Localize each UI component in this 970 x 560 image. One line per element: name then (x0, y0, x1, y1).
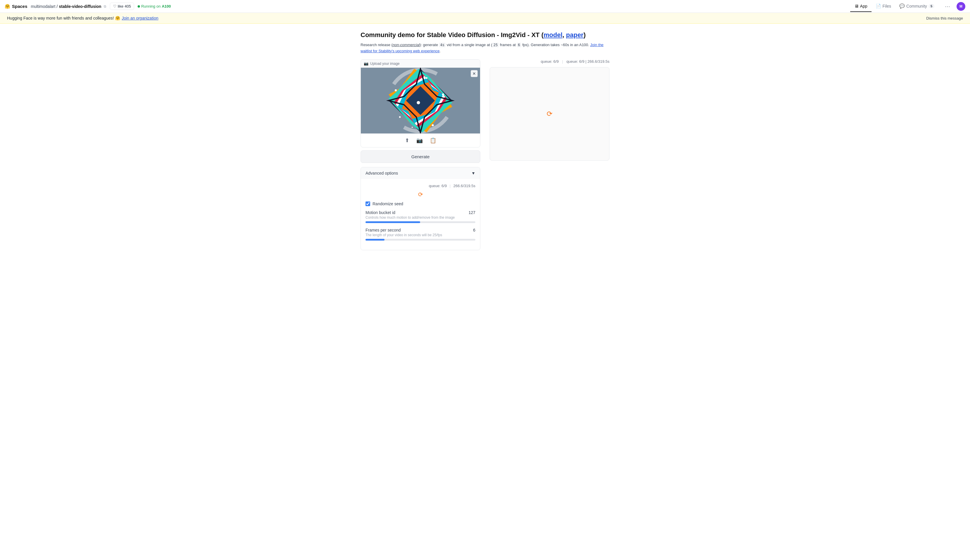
like-button[interactable]: ♡ like 405 (110, 3, 134, 10)
svg-point-13 (426, 77, 427, 79)
fps-title: Frames per second (366, 228, 401, 232)
close-icon: ✕ (472, 71, 476, 76)
title-sep: , (563, 31, 566, 38)
advanced-toggle-icon: ▼ (471, 171, 475, 175)
uploader-label: Upload your image (370, 62, 400, 66)
tab-app-label: App (860, 4, 867, 8)
banner-message: Hugging Face is way more fun with friend… (7, 16, 120, 20)
fps-value: 6 (473, 228, 475, 232)
title-prefix: Community demo for Stable Video Diffusio… (361, 31, 543, 38)
spaces-logo[interactable]: 🤗 Spaces (5, 4, 27, 9)
tab-files-label: Files (883, 4, 892, 8)
uploader-header: 📷 Upload your image (361, 60, 480, 68)
advanced-header[interactable]: Advanced options ▼ (361, 167, 480, 179)
nav-right: 🖥 App 📄 Files 💬 Community 5 ⋯ M (850, 1, 965, 12)
tab-community[interactable]: 💬 Community 5 (895, 1, 938, 12)
fps-subtitle: The length of your video in seconds will… (366, 233, 475, 237)
spinner-container: ⟳ (547, 110, 553, 118)
paper-link[interactable]: paper (566, 31, 583, 38)
svg-point-15 (412, 127, 413, 128)
main-content: Community demo for Stable Video Diffusio… (354, 23, 616, 257)
breadcrumb-sep: / (57, 4, 58, 9)
advanced-label: Advanced options (366, 171, 398, 175)
model-link[interactable]: model (543, 31, 563, 38)
running-platform: A100 (162, 4, 171, 8)
uploader-tools: ⬆ 📷 📋 (361, 133, 480, 147)
motion-bucket-subtitle: Controls how much motion to add/remove f… (366, 215, 475, 220)
page-title: Community demo for Stable Video Diffusio… (361, 31, 609, 40)
spaces-logo-icon: 🤗 (5, 4, 10, 9)
loading-icon-advanced: ⟳ (418, 191, 423, 198)
queue-count: queue: 6/9 (541, 59, 559, 63)
demo-image-svg (361, 68, 480, 133)
org-link[interactable]: multimodalart (31, 4, 55, 9)
heart-icon: ♡ (113, 4, 117, 8)
motion-bucket-section: Motion bucket id 127 Controls how much m… (366, 210, 475, 223)
workspace: 📷 Upload your image (361, 59, 609, 250)
tab-app[interactable]: 🖥 App (850, 1, 871, 12)
queue-time: queue: 6/9 | 266.6/319.5s (566, 59, 609, 63)
dismiss-button[interactable]: Dismiss this message (926, 16, 963, 20)
announcement-banner: Hugging Face is way more fun with friend… (0, 13, 970, 23)
input-panel: 📷 Upload your image (361, 59, 480, 250)
like-count: 405 (124, 4, 131, 8)
svg-point-11 (399, 116, 401, 118)
nav-tabs: 🖥 App 📄 Files 💬 Community 5 (850, 1, 938, 12)
output-panel: queue: 6/9 | queue: 6/9 | 266.6/319.5s ⟳ (490, 59, 609, 250)
tab-community-label: Community (906, 4, 927, 8)
running-dot (138, 5, 140, 8)
banner-text: Hugging Face is way more fun with friend… (7, 16, 159, 20)
spaces-logo-text: Spaces (12, 4, 27, 9)
queue-time-adv: 266.6/319.5s (453, 183, 475, 188)
tab-files[interactable]: 📄 Files (871, 1, 895, 12)
running-label: Running on (141, 4, 161, 8)
svg-point-14 (442, 93, 444, 95)
close-image-button[interactable]: ✕ (471, 70, 478, 77)
svg-point-16 (417, 101, 420, 104)
image-uploader: 📷 Upload your image (361, 59, 480, 147)
join-org-link[interactable]: Join an organization (122, 16, 159, 20)
randomize-seed-label[interactable]: Randomize seed (372, 202, 403, 206)
uploaded-image[interactable]: ✕ (361, 68, 480, 133)
upload-tool-button[interactable]: ⬆ (404, 136, 411, 145)
copy-icon[interactable]: ⧉ (104, 4, 106, 8)
advanced-body: queue: 6/9 | 266.6/319.5s ⟳ Randomize se… (361, 179, 480, 250)
upload-label-icon: 📷 (364, 61, 369, 66)
community-badge: 5 (928, 4, 934, 8)
queue-info: queue: 6/9 | queue: 6/9 | 266.6/319.5s (490, 59, 609, 63)
generate-button[interactable]: Generate (361, 150, 480, 163)
svg-point-12 (432, 124, 434, 127)
subtitle: Research release (non-commercial): gener… (361, 42, 609, 54)
advanced-options: Advanced options ▼ queue: 6/9 | 266.6/31… (361, 167, 480, 250)
loading-spinner: ⟳ (547, 110, 553, 118)
queue-info-advanced: queue: 6/9 | 266.6/319.5s (366, 183, 475, 188)
output-video-area: ⟳ (490, 67, 609, 161)
community-icon: 💬 (899, 3, 905, 9)
paste-tool-button[interactable]: 📋 (429, 136, 437, 145)
title-suffix: ) (583, 31, 586, 38)
webcam-tool-button[interactable]: 📷 (415, 136, 424, 145)
queue-count-adv: queue: 6/9 (429, 183, 447, 188)
fps-section: Frames per second 6 The length of your v… (366, 228, 475, 241)
like-label: like (118, 4, 124, 8)
repo-name: stable-video-diffusion (59, 4, 101, 9)
randomize-seed-checkbox[interactable] (366, 202, 370, 206)
randomize-seed-row: Randomize seed (366, 202, 475, 206)
nav-more-button[interactable]: ⋯ (943, 2, 952, 12)
running-badge: Running on A100 (138, 4, 171, 8)
motion-bucket-value: 127 (469, 210, 475, 215)
app-icon: 🖥 (854, 3, 859, 8)
top-navigation: 🤗 Spaces multimodalart / stable-video-di… (0, 0, 970, 13)
files-icon: 📄 (876, 3, 881, 9)
breadcrumb: multimodalart / stable-video-diffusion ⧉ (31, 4, 106, 9)
avatar[interactable]: M (957, 2, 965, 11)
svg-point-10 (395, 89, 397, 92)
motion-bucket-title: Motion bucket id (366, 210, 395, 215)
